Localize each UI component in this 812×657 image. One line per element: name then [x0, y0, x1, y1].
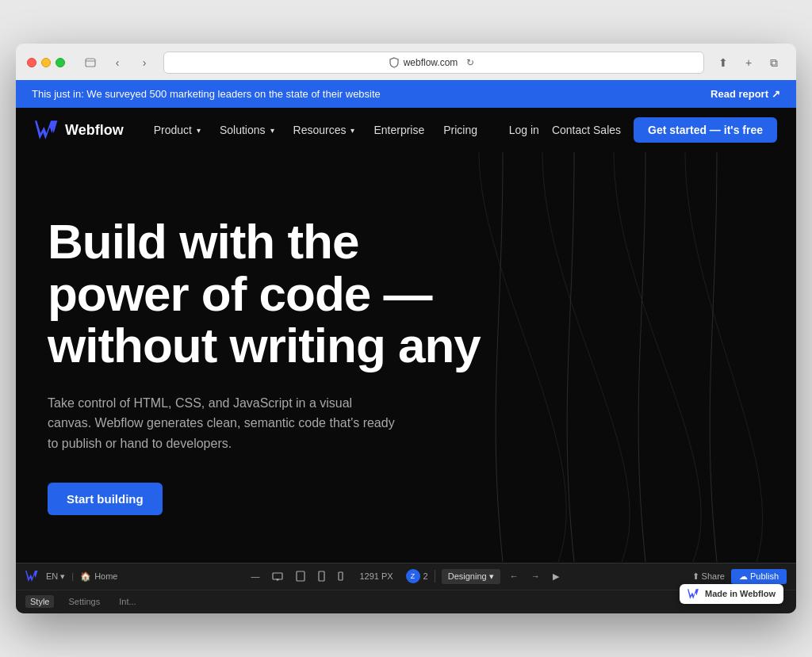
user-count: 2 [423, 571, 428, 581]
small-mobile-tool[interactable] [335, 570, 347, 583]
editor-breadcrumb[interactable]: 🏠 Home [80, 571, 117, 582]
hero-subtitle: Take control of HTML, CSS, and JavaScrip… [48, 393, 396, 454]
webflow-logo[interactable]: Webflow [35, 120, 124, 139]
get-started-button[interactable]: Get started — it's free [634, 117, 777, 143]
editor-center: — 1291 PX Z 2 [127, 569, 682, 584]
nav-items: Product ▾ Solutions ▾ Resources ▾ Enterp… [146, 119, 485, 141]
desktop-view-tool[interactable] [269, 571, 286, 583]
made-in-webflow-badge[interactable]: Made in Webflow [680, 584, 783, 604]
style-panel-tab[interactable]: Style [25, 595, 54, 608]
browser-actions: ⬆ + ⧉ [712, 54, 785, 71]
share-button[interactable]: ⬆ Share [692, 571, 725, 582]
nav-item-resources[interactable]: Resources ▾ [285, 119, 363, 141]
hero-decorative-lines [439, 152, 796, 562]
solutions-chevron-icon: ▾ [270, 126, 274, 135]
home-icon: 🏠 [80, 571, 91, 582]
mobile-view-tool[interactable] [315, 569, 328, 583]
nav-left: Webflow Product ▾ Solutions ▾ Resources … [35, 119, 485, 141]
publish-button[interactable]: ☁ Publish [731, 569, 787, 584]
nav-item-enterprise[interactable]: Enterprise [366, 119, 432, 141]
back-button[interactable]: ‹ [106, 54, 128, 71]
divider [435, 570, 435, 583]
designing-chevron-icon: ▾ [489, 571, 494, 582]
designing-label: Designing [448, 571, 487, 581]
maximize-traffic-light[interactable] [56, 58, 65, 67]
hero-content: Build with the power of code — without w… [48, 216, 492, 514]
nav-login-link[interactable]: Log in [509, 124, 539, 136]
shield-icon [389, 57, 399, 68]
editor-bar: EN ▾ | 🏠 Home — [16, 563, 796, 590]
sidebar-button[interactable]: ⧉ [763, 54, 785, 71]
tablet-view-tool[interactable] [293, 569, 308, 583]
publish-label: Publish [750, 571, 779, 581]
nav-right: Log in Contact Sales Get started — it's … [509, 117, 777, 143]
nav-item-enterprise-label: Enterprise [373, 124, 424, 136]
publish-icon: ☁ [739, 571, 748, 582]
forward-button[interactable]: › [133, 54, 155, 71]
nav-item-solutions-label: Solutions [220, 124, 266, 136]
svg-rect-2 [273, 573, 282, 579]
resources-chevron-icon: ▾ [350, 126, 354, 135]
editor-canvas-size: 1291 PX [353, 571, 399, 581]
nav-contact-sales-link[interactable]: Contact Sales [552, 124, 621, 136]
read-report-arrow: ↗ [772, 88, 780, 100]
address-bar[interactable]: webflow.com ↻ [163, 52, 704, 74]
svg-rect-5 [297, 571, 304, 581]
editor-user-indicator: Z 2 [406, 569, 428, 583]
nav-item-product-label: Product [154, 124, 192, 136]
address-bar-container: webflow.com ↻ [163, 52, 704, 74]
address-text: webflow.com [404, 57, 458, 68]
editor-bar-wrapper: EN ▾ | 🏠 Home — [16, 563, 796, 613]
read-report-button[interactable]: Read report ↗ [710, 88, 780, 100]
editor-right: ⬆ Share ☁ Publish [692, 569, 787, 584]
editor-webflow-icon [25, 571, 40, 582]
share-label: Share [702, 571, 725, 581]
redo-tool[interactable]: → [528, 570, 543, 583]
browser-window: ‹ › webflow.com ↻ ⬆ + ⧉ [16, 44, 796, 613]
nav-item-pricing-label: Pricing [443, 124, 477, 136]
webflow-logo-icon [35, 120, 59, 139]
lang-chevron-icon: ▾ [60, 571, 65, 582]
nav-item-resources-label: Resources [293, 124, 347, 136]
svg-rect-0 [86, 59, 95, 67]
window-manage-button[interactable] [79, 54, 102, 71]
product-chevron-icon: ▾ [197, 126, 201, 135]
nav-item-solutions[interactable]: Solutions ▾ [212, 119, 282, 141]
traffic-lights [27, 58, 65, 67]
svg-rect-7 [339, 572, 343, 580]
new-tab-button[interactable]: + [737, 54, 760, 71]
share-icon: ⬆ [692, 571, 699, 582]
browser-nav-buttons: ‹ › [79, 54, 155, 71]
browser-chrome: ‹ › webflow.com ↻ ⬆ + ⧉ [16, 44, 796, 80]
made-in-webflow-text: Made in Webflow [705, 589, 776, 598]
refresh-icon[interactable]: ↻ [462, 55, 478, 71]
logo-text: Webflow [65, 122, 124, 139]
breadcrumb-label: Home [94, 571, 117, 581]
announcement-banner: This just in: We surveyed 500 marketing … [16, 80, 796, 108]
designing-mode-button[interactable]: Designing ▾ [442, 569, 500, 584]
undo-tool[interactable]: ← [507, 570, 522, 583]
play-preview-tool[interactable]: ▶ [550, 570, 562, 583]
interactions-panel-tab[interactable]: Int... [114, 595, 140, 608]
hero-title: Build with the power of code — without w… [48, 216, 492, 370]
hero-section: Build with the power of code — without w… [16, 152, 796, 562]
editor-bar-left: EN ▾ | 🏠 Home [25, 571, 117, 582]
svg-rect-6 [319, 571, 324, 581]
webflow-badge-icon [688, 589, 700, 599]
announcement-text: This just in: We surveyed 500 marketing … [32, 88, 381, 100]
editor-lang-label: EN [46, 571, 58, 581]
zoom-out-tool[interactable]: — [247, 570, 262, 583]
settings-panel-tab[interactable]: Settings [63, 595, 105, 608]
nav-item-product[interactable]: Product ▾ [146, 119, 209, 141]
close-traffic-light[interactable] [27, 58, 36, 67]
start-building-button[interactable]: Start building [48, 483, 163, 515]
minimize-traffic-light[interactable] [41, 58, 51, 67]
read-report-label: Read report [710, 88, 768, 100]
main-nav: Webflow Product ▾ Solutions ▾ Resources … [16, 108, 796, 152]
browser-titlebar: ‹ › webflow.com ↻ ⬆ + ⧉ [27, 52, 785, 80]
user-avatar: Z [406, 569, 420, 583]
nav-item-pricing[interactable]: Pricing [435, 119, 485, 141]
editor-lang[interactable]: EN ▾ [46, 571, 65, 582]
share-browser-button[interactable]: ⬆ [712, 54, 734, 71]
browser-content: This just in: We surveyed 500 marketing … [16, 80, 796, 613]
